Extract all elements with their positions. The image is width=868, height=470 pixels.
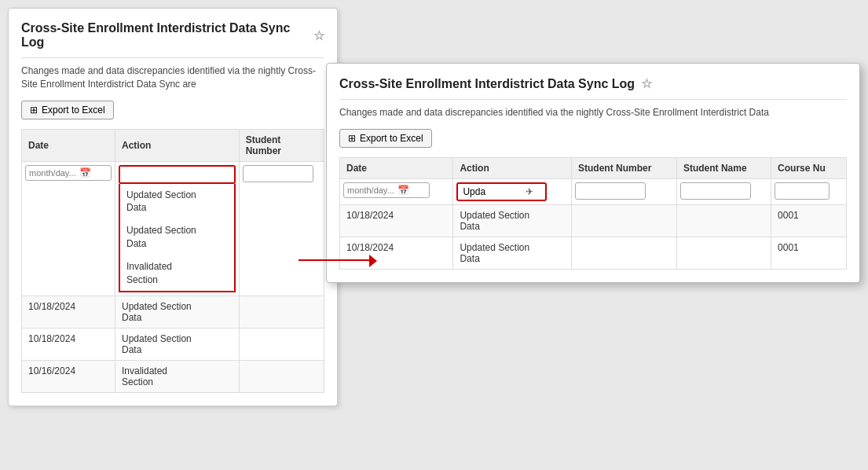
back-suggestion-2[interactable]: Updated SectionData	[120, 219, 234, 255]
front-table-row: 10/18/2024 Updated SectionData 0001	[340, 204, 847, 237]
front-col-course-number: Course Nu	[771, 157, 847, 178]
front-filter-icon[interactable]: ✈	[526, 186, 533, 197]
front-col-student-name: Student Name	[676, 157, 771, 178]
back-student-number-filter[interactable]	[243, 165, 313, 182]
back-row2-student-number	[239, 329, 324, 361]
back-row1-student-number	[239, 296, 324, 329]
front-course-number-filter-cell	[771, 178, 847, 204]
back-row1-date: 10/18/2024	[22, 296, 115, 329]
back-card-star-icon[interactable]: ☆	[313, 28, 324, 43]
front-row1-date: 10/18/2024	[340, 204, 453, 237]
back-action-filter-cell: Updated SectionData Updated SectionData …	[115, 161, 240, 296]
back-card: Cross-Site Enrollment Interdistrict Data…	[8, 8, 338, 406]
front-student-number-filter[interactable]	[575, 182, 646, 200]
front-date-filter-cell: month/day... 📅	[340, 178, 453, 204]
arrow-head	[369, 255, 377, 267]
front-col-action: Action	[453, 157, 572, 178]
front-row2-student-number	[571, 237, 676, 269]
front-student-name-filter-cell	[676, 178, 771, 204]
back-action-dropdown: Updated SectionData Updated SectionData …	[119, 184, 236, 293]
back-action-filter-input[interactable]	[120, 167, 234, 182]
back-date-placeholder: month/day...	[29, 168, 76, 178]
back-table: Date Action Student Number month/day... …	[21, 129, 324, 394]
front-row2-action: Updated SectionData	[453, 237, 572, 269]
back-table-row: 10/18/2024 Updated SectionData	[22, 296, 324, 329]
back-row3-student-number	[239, 361, 324, 393]
front-row1-action: Updated SectionData	[453, 204, 572, 237]
back-card-title-row: Cross-Site Enrollment Interdistrict Data…	[21, 21, 324, 58]
back-table-row: 10/18/2024 Updated SectionData	[22, 329, 324, 361]
front-action-filter-input[interactable]	[461, 185, 524, 198]
arrow-line	[298, 259, 369, 261]
back-export-button[interactable]: ⊞ Export to Excel	[21, 101, 114, 119]
front-course-number-filter[interactable]	[775, 182, 830, 200]
front-date-filter[interactable]: month/day... 📅	[343, 182, 430, 198]
front-table-row: 10/18/2024 Updated SectionData 0001	[340, 237, 847, 269]
front-student-number-filter-cell	[571, 178, 676, 204]
back-row2-action: Updated SectionData	[115, 329, 240, 361]
front-date-placeholder: month/day...	[347, 185, 394, 195]
back-export-icon: ⊞	[30, 105, 38, 116]
front-row2-course-number: 0001	[771, 237, 847, 269]
back-calendar-icon[interactable]: 📅	[79, 167, 91, 178]
back-action-filter-wrapper	[119, 165, 236, 184]
back-suggestion-3[interactable]: InvalidatedSection	[120, 255, 234, 292]
front-action-filter-cell: ✈	[453, 178, 572, 204]
back-row2-date: 10/18/2024	[22, 329, 115, 361]
front-row1-course-number: 0001	[771, 204, 847, 237]
back-student-number-filter-cell	[239, 161, 324, 296]
back-table-row: 10/16/2024 InvalidatedSection	[22, 361, 324, 393]
back-card-title-text: Cross-Site Enrollment Interdistrict Data…	[21, 21, 307, 50]
front-table: Date Action Student Number Student Name …	[339, 157, 847, 270]
front-export-button[interactable]: ⊞ Export to Excel	[339, 129, 432, 148]
front-export-icon: ⊞	[348, 133, 356, 144]
front-calendar-icon[interactable]: 📅	[397, 185, 409, 196]
front-card-title-row: Cross-Site Enrollment Interdistrict Data…	[339, 76, 847, 100]
back-filter-row: month/day... 📅 Updated SectionData Updat…	[22, 161, 324, 296]
front-card-description: Changes made and data discrepancies iden…	[339, 106, 847, 119]
back-row1-action: Updated SectionData	[115, 296, 240, 329]
annotation-arrow	[298, 252, 377, 267]
back-col-student-number: Student Number	[239, 129, 324, 161]
front-card-title-text: Cross-Site Enrollment Interdistrict Data…	[339, 77, 635, 91]
front-row2-student-name	[676, 237, 771, 269]
back-date-filter[interactable]: month/day... 📅	[25, 165, 112, 181]
front-card-star-icon[interactable]: ☆	[641, 76, 652, 91]
front-row1-student-name	[676, 204, 771, 237]
front-col-date: Date	[340, 157, 453, 178]
back-table-container: Date Action Student Number month/day... …	[21, 129, 324, 394]
back-date-filter-cell: month/day... 📅	[22, 161, 115, 296]
back-card-description: Changes made and data discrepancies iden…	[21, 64, 324, 91]
back-col-action: Action	[115, 129, 240, 161]
back-col-date: Date	[22, 129, 115, 161]
front-filter-row: month/day... 📅 ✈	[340, 178, 847, 204]
front-action-filter-wrapper: ✈	[456, 182, 547, 201]
front-card: Cross-Site Enrollment Interdistrict Data…	[326, 63, 860, 283]
front-row1-student-number	[571, 204, 676, 237]
back-row3-date: 10/16/2024	[22, 361, 115, 393]
front-col-student-number: Student Number	[571, 157, 676, 178]
back-row3-action: InvalidatedSection	[115, 361, 240, 393]
front-student-name-filter[interactable]	[680, 182, 751, 200]
back-suggestion-1[interactable]: Updated SectionData	[120, 184, 234, 220]
